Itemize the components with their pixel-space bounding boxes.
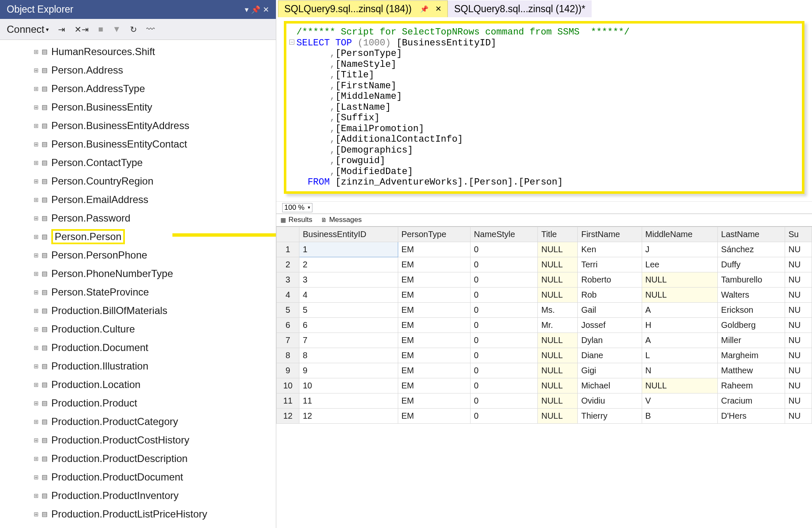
grid-cell[interactable]: 0 <box>471 408 538 423</box>
tree-item[interactable]: ⊞▤Person.ContactType <box>34 153 276 172</box>
column-header[interactable]: MiddleName <box>642 227 717 242</box>
grid-cell[interactable]: NU <box>785 378 812 393</box>
grid-cell[interactable]: Walters <box>717 287 785 302</box>
grid-cell[interactable]: EM <box>398 408 471 423</box>
stop-icon[interactable]: ■ <box>98 24 103 34</box>
grid-cell[interactable]: NU <box>785 287 812 302</box>
grid-cell[interactable]: Tamburello <box>717 272 785 287</box>
grid-cell[interactable]: NU <box>785 333 812 348</box>
tree-item[interactable]: ⊞▤Person.Password <box>34 209 276 227</box>
tree-item[interactable]: ⊞▤Production.ProductDocument <box>34 468 276 486</box>
pin-icon[interactable]: 📌 <box>420 5 428 13</box>
grid-cell[interactable]: 0 <box>471 287 538 302</box>
grid-cell[interactable]: NULL <box>538 333 578 348</box>
grid-cell[interactable]: Dylan <box>578 333 642 348</box>
grid-cell[interactable]: J <box>642 242 717 257</box>
grid-cell[interactable]: NULL <box>538 272 578 287</box>
tree-item[interactable]: ⊞▤Person.Address <box>34 61 276 79</box>
grid-cell[interactable]: NU <box>785 302 812 317</box>
grid-cell[interactable]: Margheim <box>717 348 785 363</box>
expand-icon[interactable]: ⊞ <box>34 159 41 166</box>
grid-cell[interactable]: B <box>642 408 717 423</box>
tree-item[interactable]: ⊞▤Production.ProductCostHistory <box>34 431 276 449</box>
grid-cell[interactable]: EM <box>398 378 471 393</box>
grid-cell[interactable]: Rob <box>578 287 642 302</box>
tree-item[interactable]: ⊞▤Production.Culture <box>34 320 276 338</box>
pin-icon[interactable]: 📌 <box>251 5 260 14</box>
column-header[interactable]: BusinessEntityID <box>299 227 398 242</box>
table-row[interactable]: 33EM0NULLRobertoNULLTamburelloNU <box>277 272 812 287</box>
grid-cell[interactable]: Raheem <box>717 378 785 393</box>
grid-cell[interactable]: NULL <box>538 378 578 393</box>
tree-item[interactable]: ⊞▤Person.CountryRegion <box>34 172 276 190</box>
grid-cell[interactable]: 9 <box>299 363 398 378</box>
expand-icon[interactable]: ⊞ <box>34 215 41 222</box>
table-row[interactable]: 88EM0NULLDianeLMargheimNU <box>277 348 812 363</box>
expand-icon[interactable]: ⊞ <box>34 141 41 148</box>
grid-cell[interactable]: NU <box>785 272 812 287</box>
grid-cell[interactable]: 0 <box>471 302 538 317</box>
expand-icon[interactable]: ⊞ <box>34 400 41 407</box>
tab-inactive[interactable]: SQLQuery8.sql...zinsql (142))* <box>448 0 592 17</box>
expand-icon[interactable]: ⊞ <box>34 418 41 425</box>
grid-cell[interactable]: NULL <box>538 242 578 257</box>
grid-cell[interactable]: A <box>642 333 717 348</box>
tree-item[interactable]: ⊞▤Person.AddressType <box>34 79 276 98</box>
table-row[interactable]: 77EM0NULLDylanAMillerNU <box>277 333 812 348</box>
grid-cell[interactable]: EM <box>398 287 471 302</box>
results-grid[interactable]: BusinessEntityIDPersonTypeNameStyleTitle… <box>276 227 812 424</box>
grid-cell[interactable]: Goldberg <box>717 317 785 333</box>
grid-cell[interactable]: 0 <box>471 348 538 363</box>
expand-icon[interactable]: ⊞ <box>34 104 41 111</box>
object-tree[interactable]: ⊞▤HumanResources.Shift⊞▤Person.Address⊞▤… <box>0 40 276 528</box>
grid-cell[interactable]: Miller <box>717 333 785 348</box>
grid-cell[interactable]: EM <box>398 363 471 378</box>
column-header[interactable]: PersonType <box>398 227 471 242</box>
grid-cell[interactable]: 11 <box>299 393 398 408</box>
grid-cell[interactable]: NU <box>785 363 812 378</box>
grid-cell[interactable]: 3 <box>299 272 398 287</box>
grid-cell[interactable]: Sánchez <box>717 242 785 257</box>
grid-cell[interactable]: H <box>642 317 717 333</box>
row-number[interactable]: 3 <box>277 272 299 287</box>
grid-cell[interactable]: NULL <box>642 272 717 287</box>
close-icon[interactable]: ✕ <box>263 5 269 14</box>
expand-icon[interactable]: ⊞ <box>34 437 41 444</box>
expand-icon[interactable]: ⊞ <box>34 326 41 333</box>
column-header[interactable]: FirstName <box>578 227 642 242</box>
grid-cell[interactable]: Michael <box>578 378 642 393</box>
disconnect-all-icon[interactable]: ✕⇥ <box>74 24 89 34</box>
table-row[interactable]: 1010EM0NULLMichaelNULLRaheemNU <box>277 378 812 393</box>
grid-cell[interactable]: NULL <box>538 257 578 272</box>
grid-cell[interactable]: Gigi <box>578 363 642 378</box>
row-number[interactable]: 4 <box>277 287 299 302</box>
grid-cell[interactable]: 8 <box>299 348 398 363</box>
close-icon[interactable]: ✕ <box>435 4 442 13</box>
grid-cell[interactable]: Mr. <box>538 317 578 333</box>
tree-item[interactable]: ⊞▤Production.Location <box>34 375 276 394</box>
grid-cell[interactable]: EM <box>398 302 471 317</box>
expand-icon[interactable]: ⊞ <box>34 122 41 129</box>
grid-cell[interactable]: EM <box>398 242 471 257</box>
table-row[interactable]: 55EM0Ms.GailAEricksonNU <box>277 302 812 317</box>
tree-item[interactable]: ⊞▤Production.BillOfMaterials <box>34 301 276 320</box>
grid-cell[interactable]: Ken <box>578 242 642 257</box>
grid-cell[interactable]: EM <box>398 348 471 363</box>
grid-cell[interactable]: NULL <box>538 393 578 408</box>
expand-icon[interactable]: ⊞ <box>34 492 41 499</box>
grid-cell[interactable]: Ms. <box>538 302 578 317</box>
refresh-icon[interactable]: ↻ <box>130 24 137 34</box>
expand-icon[interactable]: ⊞ <box>34 196 41 203</box>
grid-cell[interactable]: NU <box>785 257 812 272</box>
grid-cell[interactable]: 0 <box>471 242 538 257</box>
row-number[interactable]: 2 <box>277 257 299 272</box>
expand-icon[interactable]: ⊞ <box>34 85 41 92</box>
grid-cell[interactable]: NULL <box>538 287 578 302</box>
table-row[interactable]: 66EM0Mr.JossefHGoldbergNU <box>277 317 812 333</box>
table-row[interactable]: 22EM0NULLTerriLeeDuffyNU <box>277 257 812 272</box>
grid-cell[interactable]: NU <box>785 317 812 333</box>
expand-icon[interactable]: ⊞ <box>34 307 41 314</box>
expand-icon[interactable]: ⊞ <box>34 474 41 480</box>
grid-cell[interactable]: N <box>642 363 717 378</box>
expand-icon[interactable]: ⊞ <box>34 270 41 277</box>
